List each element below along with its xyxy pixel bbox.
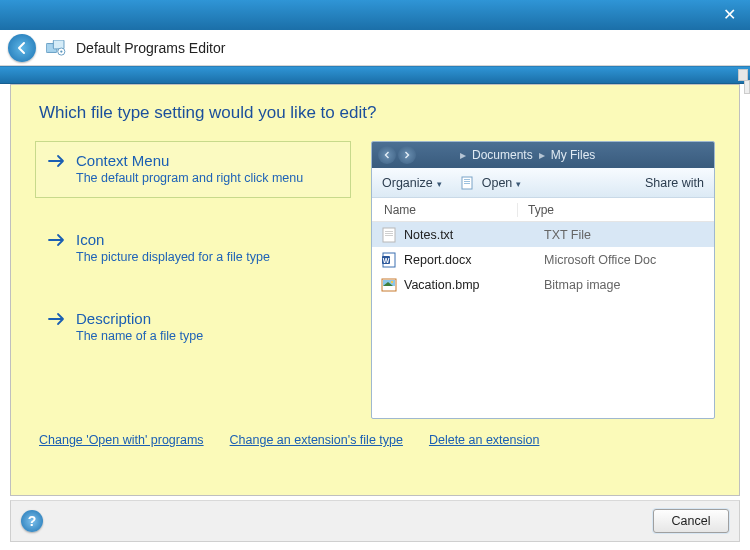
title-bar: ✕ <box>0 0 750 30</box>
file-row: Vacation.bmp Bitmap image <box>372 272 714 297</box>
share-with-label: Share with <box>645 176 704 190</box>
help-icon[interactable]: ? <box>21 510 43 532</box>
bottom-links: Change 'Open with' programs Change an ex… <box>35 433 715 447</box>
file-name: Notes.txt <box>404 228 534 242</box>
option-icon[interactable]: Icon The picture displayed for a file ty… <box>35 220 351 277</box>
open-dropdown: Open <box>482 176 522 190</box>
option-subtitle: The name of a file type <box>76 329 203 343</box>
bmp-file-icon <box>380 277 398 293</box>
breadcrumb-part: My Files <box>551 148 596 162</box>
ribbon-stripe <box>0 66 750 84</box>
file-type: Bitmap image <box>534 278 620 292</box>
docx-file-icon: W <box>380 252 398 268</box>
svg-text:W: W <box>383 256 390 263</box>
option-title: Description <box>76 310 203 327</box>
svg-rect-6 <box>464 181 470 182</box>
link-change-extension[interactable]: Change an extension's file type <box>230 433 403 447</box>
bg-stub <box>744 80 750 94</box>
close-icon[interactable]: ✕ <box>720 6 738 24</box>
svg-point-18 <box>391 280 393 282</box>
arrow-right-icon <box>48 154 66 185</box>
breadcrumb-part: Documents <box>472 148 533 162</box>
page-title: Which file type setting would you like t… <box>39 103 715 123</box>
arrow-right-icon <box>48 233 66 264</box>
option-title: Icon <box>76 231 270 248</box>
col-type: Type <box>518 203 554 217</box>
file-type: Microsoft Office Doc <box>534 253 656 267</box>
svg-rect-1 <box>53 40 64 49</box>
footer-bar: ? Cancel <box>10 500 740 542</box>
preview-pane: ▸ Documents ▸ My Files Organize Open Sha… <box>371 141 715 419</box>
preview-breadcrumb-bar: ▸ Documents ▸ My Files <box>372 142 714 168</box>
link-change-open-with[interactable]: Change 'Open with' programs <box>39 433 204 447</box>
svg-point-3 <box>60 50 62 52</box>
nav-fwd-icon <box>398 146 416 164</box>
txt-file-icon <box>380 227 398 243</box>
arrow-left-icon <box>15 41 29 55</box>
arrow-right-icon <box>48 312 66 343</box>
option-title: Context Menu <box>76 152 303 169</box>
svg-rect-11 <box>385 235 393 236</box>
file-type: TXT File <box>534 228 591 242</box>
option-context-menu[interactable]: Context Menu The default program and rig… <box>35 141 351 198</box>
option-subtitle: The default program and right click menu <box>76 171 303 185</box>
svg-rect-5 <box>464 179 470 180</box>
page-icon <box>460 176 476 190</box>
col-name: Name <box>384 203 518 217</box>
file-name: Report.docx <box>404 253 534 267</box>
file-row: W Report.docx Microsoft Office Doc <box>372 247 714 272</box>
svg-rect-10 <box>385 233 393 234</box>
file-row: Notes.txt TXT File <box>372 222 714 247</box>
organize-dropdown: Organize <box>382 176 442 190</box>
nav-back-icon <box>378 146 396 164</box>
cancel-button[interactable]: Cancel <box>653 509 729 533</box>
svg-rect-9 <box>385 231 393 232</box>
back-button[interactable] <box>8 34 36 62</box>
header-bar: Default Programs Editor <box>0 30 750 66</box>
svg-rect-7 <box>464 183 470 184</box>
link-delete-extension[interactable]: Delete an extension <box>429 433 540 447</box>
file-name: Vacation.bmp <box>404 278 534 292</box>
preview-toolbar: Organize Open Share with <box>372 168 714 198</box>
main-panel: Which file type setting would you like t… <box>10 84 740 496</box>
preview-columns: Name Type <box>372 198 714 222</box>
app-icon <box>46 40 66 56</box>
app-title: Default Programs Editor <box>76 40 225 56</box>
option-description[interactable]: Description The name of a file type <box>35 299 351 356</box>
option-subtitle: The picture displayed for a file type <box>76 250 270 264</box>
options-column: Context Menu The default program and rig… <box>35 141 351 419</box>
